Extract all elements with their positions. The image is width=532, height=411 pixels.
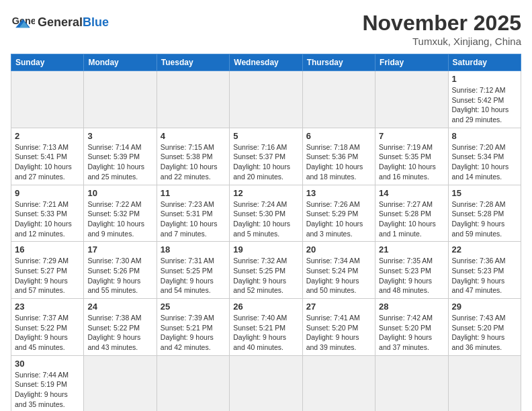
week-row-3: 9Sunrise: 7:21 AM Sunset: 5:33 PM Daylig… — [11, 185, 521, 242]
calendar-cell: 16Sunrise: 7:29 AM Sunset: 5:27 PM Dayli… — [11, 242, 84, 299]
day-info: Sunrise: 7:29 AM Sunset: 5:27 PM Dayligh… — [15, 256, 80, 295]
day-number: 2 — [15, 131, 80, 141]
day-info: Sunrise: 7:39 AM Sunset: 5:21 PM Dayligh… — [161, 313, 226, 353]
calendar-cell: 24Sunrise: 7:38 AM Sunset: 5:22 PM Dayli… — [84, 299, 157, 356]
calendar-cell: 22Sunrise: 7:36 AM Sunset: 5:23 PM Dayli… — [448, 242, 521, 299]
location: Tumxuk, Xinjiang, China — [362, 36, 521, 47]
calendar-cell — [375, 71, 448, 128]
logo: General GeneralBlue — [11, 11, 109, 35]
calendar-cell — [302, 71, 375, 128]
day-number: 5 — [233, 131, 298, 141]
day-number: 7 — [379, 131, 444, 141]
calendar-cell: 15Sunrise: 7:28 AM Sunset: 5:28 PM Dayli… — [448, 185, 521, 242]
calendar-cell: 14Sunrise: 7:27 AM Sunset: 5:28 PM Dayli… — [375, 185, 448, 242]
day-info: Sunrise: 7:44 AM Sunset: 5:19 PM Dayligh… — [15, 370, 80, 410]
day-info: Sunrise: 7:19 AM Sunset: 5:35 PM Dayligh… — [379, 142, 444, 182]
day-info: Sunrise: 7:38 AM Sunset: 5:22 PM Dayligh… — [87, 313, 152, 353]
calendar-cell: 26Sunrise: 7:40 AM Sunset: 5:21 PM Dayli… — [230, 299, 302, 356]
day-number: 21 — [379, 244, 444, 255]
calendar-cell — [375, 355, 448, 411]
day-number: 19 — [233, 244, 298, 255]
day-info: Sunrise: 7:21 AM Sunset: 5:33 PM Dayligh… — [15, 199, 80, 239]
calendar-cell: 10Sunrise: 7:22 AM Sunset: 5:32 PM Dayli… — [84, 185, 157, 242]
day-info: Sunrise: 7:42 AM Sunset: 5:20 PM Dayligh… — [379, 313, 444, 353]
page-header: General GeneralBlue November 2025 Tumxuk… — [11, 11, 521, 47]
calendar-cell — [448, 355, 521, 411]
day-number: 13 — [306, 188, 371, 198]
day-number: 16 — [15, 244, 80, 255]
day-number: 20 — [306, 244, 371, 255]
day-number: 26 — [233, 302, 298, 312]
day-number: 27 — [306, 302, 371, 312]
day-info: Sunrise: 7:40 AM Sunset: 5:21 PM Dayligh… — [233, 313, 298, 353]
day-info: Sunrise: 7:24 AM Sunset: 5:30 PM Dayligh… — [233, 199, 298, 239]
calendar-cell: 13Sunrise: 7:26 AM Sunset: 5:29 PM Dayli… — [302, 185, 375, 242]
day-number: 14 — [379, 188, 444, 198]
day-info: Sunrise: 7:43 AM Sunset: 5:20 PM Dayligh… — [452, 313, 517, 353]
day-number: 12 — [233, 188, 298, 198]
weekday-header-row: SundayMondayTuesdayWednesdayThursdayFrid… — [11, 54, 521, 71]
weekday-header-sunday: Sunday — [11, 54, 84, 71]
day-number: 4 — [161, 131, 226, 141]
calendar-cell — [84, 71, 157, 128]
day-info: Sunrise: 7:16 AM Sunset: 5:37 PM Dayligh… — [233, 142, 298, 182]
day-info: Sunrise: 7:15 AM Sunset: 5:38 PM Dayligh… — [161, 142, 226, 182]
calendar-cell: 11Sunrise: 7:23 AM Sunset: 5:31 PM Dayli… — [157, 185, 229, 242]
calendar-cell: 20Sunrise: 7:34 AM Sunset: 5:24 PM Dayli… — [302, 242, 375, 299]
weekday-header-saturday: Saturday — [448, 54, 521, 71]
day-number: 25 — [161, 302, 226, 312]
day-info: Sunrise: 7:34 AM Sunset: 5:24 PM Dayligh… — [306, 256, 371, 295]
day-info: Sunrise: 7:14 AM Sunset: 5:39 PM Dayligh… — [87, 142, 152, 182]
calendar-cell — [157, 355, 229, 411]
calendar-cell — [230, 71, 302, 128]
day-number: 24 — [87, 302, 152, 312]
weekday-header-thursday: Thursday — [302, 54, 375, 71]
day-info: Sunrise: 7:41 AM Sunset: 5:20 PM Dayligh… — [306, 313, 371, 353]
calendar-cell: 28Sunrise: 7:42 AM Sunset: 5:20 PM Dayli… — [375, 299, 448, 356]
week-row-5: 23Sunrise: 7:37 AM Sunset: 5:22 PM Dayli… — [11, 299, 521, 356]
day-number: 18 — [161, 244, 226, 255]
day-info: Sunrise: 7:22 AM Sunset: 5:32 PM Dayligh… — [87, 199, 152, 239]
calendar-cell: 19Sunrise: 7:32 AM Sunset: 5:25 PM Dayli… — [230, 242, 302, 299]
week-row-1: 1Sunrise: 7:12 AM Sunset: 5:42 PM Daylig… — [11, 71, 521, 128]
calendar-cell: 3Sunrise: 7:14 AM Sunset: 5:39 PM Daylig… — [84, 128, 157, 185]
calendar-cell: 8Sunrise: 7:20 AM Sunset: 5:34 PM Daylig… — [448, 128, 521, 185]
day-number: 28 — [379, 302, 444, 312]
calendar-cell: 27Sunrise: 7:41 AM Sunset: 5:20 PM Dayli… — [302, 299, 375, 356]
day-number: 30 — [15, 359, 80, 369]
weekday-header-monday: Monday — [84, 54, 157, 71]
calendar-cell: 1Sunrise: 7:12 AM Sunset: 5:42 PM Daylig… — [448, 71, 521, 128]
calendar-cell — [230, 355, 302, 411]
day-info: Sunrise: 7:27 AM Sunset: 5:28 PM Dayligh… — [379, 199, 444, 239]
calendar-cell: 30Sunrise: 7:44 AM Sunset: 5:19 PM Dayli… — [11, 355, 84, 411]
calendar-cell: 21Sunrise: 7:35 AM Sunset: 5:23 PM Dayli… — [375, 242, 448, 299]
day-number: 11 — [161, 188, 226, 198]
week-row-2: 2Sunrise: 7:13 AM Sunset: 5:41 PM Daylig… — [11, 128, 521, 185]
day-info: Sunrise: 7:28 AM Sunset: 5:28 PM Dayligh… — [452, 199, 517, 239]
title-block: November 2025 Tumxuk, Xinjiang, China — [362, 11, 521, 47]
day-number: 22 — [452, 244, 517, 255]
calendar-cell: 2Sunrise: 7:13 AM Sunset: 5:41 PM Daylig… — [11, 128, 84, 185]
day-info: Sunrise: 7:20 AM Sunset: 5:34 PM Dayligh… — [452, 142, 517, 182]
day-info: Sunrise: 7:37 AM Sunset: 5:22 PM Dayligh… — [15, 313, 80, 353]
calendar-cell: 17Sunrise: 7:30 AM Sunset: 5:26 PM Dayli… — [84, 242, 157, 299]
calendar-cell: 5Sunrise: 7:16 AM Sunset: 5:37 PM Daylig… — [230, 128, 302, 185]
calendar-cell: 25Sunrise: 7:39 AM Sunset: 5:21 PM Dayli… — [157, 299, 229, 356]
weekday-header-wednesday: Wednesday — [230, 54, 302, 71]
month-title: November 2025 — [362, 11, 521, 36]
day-info: Sunrise: 7:31 AM Sunset: 5:25 PM Dayligh… — [161, 256, 226, 295]
day-info: Sunrise: 7:26 AM Sunset: 5:29 PM Dayligh… — [306, 199, 371, 239]
day-number: 8 — [452, 131, 517, 141]
calendar-cell: 9Sunrise: 7:21 AM Sunset: 5:33 PM Daylig… — [11, 185, 84, 242]
day-number: 15 — [452, 188, 517, 198]
day-number: 3 — [87, 131, 152, 141]
logo-icon: General — [11, 11, 35, 35]
day-info: Sunrise: 7:13 AM Sunset: 5:41 PM Dayligh… — [15, 142, 80, 182]
calendar-cell: 23Sunrise: 7:37 AM Sunset: 5:22 PM Dayli… — [11, 299, 84, 356]
calendar-cell — [11, 71, 84, 128]
day-number: 29 — [452, 302, 517, 312]
day-info: Sunrise: 7:35 AM Sunset: 5:23 PM Dayligh… — [379, 256, 444, 295]
weekday-header-friday: Friday — [375, 54, 448, 71]
day-info: Sunrise: 7:36 AM Sunset: 5:23 PM Dayligh… — [452, 256, 517, 295]
calendar-cell: 18Sunrise: 7:31 AM Sunset: 5:25 PM Dayli… — [157, 242, 229, 299]
